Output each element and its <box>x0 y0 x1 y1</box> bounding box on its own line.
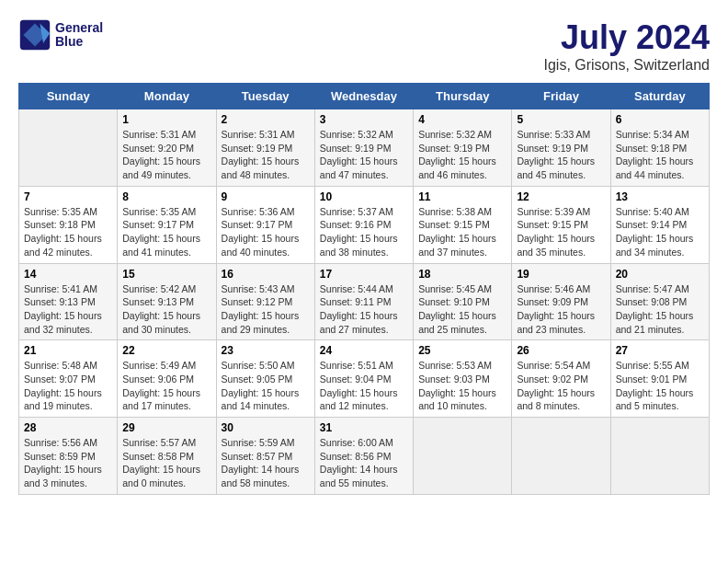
calendar-cell: 23Sunrise: 5:50 AMSunset: 9:05 PMDayligh… <box>216 340 314 418</box>
day-info: Sunrise: 5:55 AMSunset: 9:01 PMDaylight:… <box>616 359 704 413</box>
day-number: 21 <box>24 344 112 357</box>
day-number: 15 <box>122 268 210 281</box>
day-info: Sunrise: 5:34 AMSunset: 9:18 PMDaylight:… <box>616 128 704 182</box>
calendar-cell: 6Sunrise: 5:34 AMSunset: 9:18 PMDaylight… <box>610 109 709 187</box>
calendar-cell: 16Sunrise: 5:43 AMSunset: 9:12 PMDayligh… <box>216 263 314 340</box>
day-number: 20 <box>616 268 704 281</box>
logo-icon <box>18 18 51 52</box>
calendar-cell: 19Sunrise: 5:46 AMSunset: 9:09 PMDayligh… <box>512 263 610 340</box>
calendar-cell: 30Sunrise: 5:59 AMSunset: 8:57 PMDayligh… <box>216 418 314 495</box>
day-info: Sunrise: 5:39 AMSunset: 9:15 PMDaylight:… <box>517 205 605 259</box>
weekday-header-friday: Friday <box>512 84 610 109</box>
day-number: 25 <box>418 344 506 357</box>
logo-line1: General <box>55 21 103 35</box>
weekday-header-wednesday: Wednesday <box>314 84 413 109</box>
day-info: Sunrise: 5:56 AMSunset: 8:59 PMDaylight:… <box>24 436 112 490</box>
day-number: 9 <box>222 190 310 203</box>
title-block: July 2024 Igis, Grisons, Switzerland <box>543 18 710 74</box>
day-info: Sunrise: 5:47 AMSunset: 9:08 PMDaylight:… <box>616 282 704 337</box>
calendar-week-row: 7Sunrise: 5:35 AMSunset: 9:18 PMDaylight… <box>19 186 710 263</box>
calendar-cell: 22Sunrise: 5:49 AMSunset: 9:06 PMDayligh… <box>118 340 216 418</box>
day-info: Sunrise: 5:37 AMSunset: 9:16 PMDaylight:… <box>320 205 408 259</box>
calendar-cell: 9Sunrise: 5:36 AMSunset: 9:17 PMDaylight… <box>216 186 314 263</box>
calendar-cell: 25Sunrise: 5:53 AMSunset: 9:03 PMDayligh… <box>414 340 512 418</box>
calendar-cell: 2Sunrise: 5:31 AMSunset: 9:19 PMDaylight… <box>216 109 314 187</box>
calendar-cell: 18Sunrise: 5:45 AMSunset: 9:10 PMDayligh… <box>414 263 512 340</box>
day-number: 17 <box>320 268 408 281</box>
day-number: 12 <box>517 190 605 203</box>
day-info: Sunrise: 5:59 AMSunset: 8:57 PMDaylight:… <box>222 436 310 490</box>
calendar-cell: 27Sunrise: 5:55 AMSunset: 9:01 PMDayligh… <box>610 340 709 418</box>
day-info: Sunrise: 5:41 AMSunset: 9:13 PMDaylight:… <box>24 282 112 337</box>
calendar-cell: 3Sunrise: 5:32 AMSunset: 9:19 PMDaylight… <box>314 109 413 187</box>
day-number: 7 <box>24 190 112 203</box>
weekday-header-monday: Monday <box>118 84 216 109</box>
calendar-cell: 1Sunrise: 5:31 AMSunset: 9:20 PMDaylight… <box>118 109 216 187</box>
calendar-cell <box>512 418 610 495</box>
calendar-cell: 31Sunrise: 6:00 AMSunset: 8:56 PMDayligh… <box>314 418 413 495</box>
day-number: 11 <box>418 190 506 203</box>
weekday-header-row: SundayMondayTuesdayWednesdayThursdayFrid… <box>19 84 710 109</box>
month-year-title: July 2024 <box>543 18 710 57</box>
calendar-cell: 14Sunrise: 5:41 AMSunset: 9:13 PMDayligh… <box>19 263 118 340</box>
day-number: 5 <box>517 113 605 126</box>
calendar-cell: 20Sunrise: 5:47 AMSunset: 9:08 PMDayligh… <box>610 263 709 340</box>
day-info: Sunrise: 5:49 AMSunset: 9:06 PMDaylight:… <box>122 359 210 413</box>
day-number: 3 <box>320 113 408 126</box>
calendar-cell: 12Sunrise: 5:39 AMSunset: 9:15 PMDayligh… <box>512 186 610 263</box>
day-info: Sunrise: 5:31 AMSunset: 9:19 PMDaylight:… <box>222 128 310 182</box>
weekday-header-sunday: Sunday <box>19 84 118 109</box>
weekday-header-saturday: Saturday <box>610 84 709 109</box>
calendar-cell <box>610 418 709 495</box>
day-number: 14 <box>24 268 112 281</box>
day-number: 10 <box>320 190 408 203</box>
calendar-week-row: 1Sunrise: 5:31 AMSunset: 9:20 PMDaylight… <box>19 109 710 187</box>
calendar-week-row: 21Sunrise: 5:48 AMSunset: 9:07 PMDayligh… <box>19 340 710 418</box>
logo: General Blue <box>18 18 103 52</box>
day-info: Sunrise: 5:32 AMSunset: 9:19 PMDaylight:… <box>320 128 408 182</box>
calendar-cell: 24Sunrise: 5:51 AMSunset: 9:04 PMDayligh… <box>314 340 413 418</box>
day-number: 1 <box>122 113 210 126</box>
calendar-cell: 17Sunrise: 5:44 AMSunset: 9:11 PMDayligh… <box>314 263 413 340</box>
day-number: 2 <box>222 113 310 126</box>
day-info: Sunrise: 5:38 AMSunset: 9:15 PMDaylight:… <box>418 205 506 259</box>
day-info: Sunrise: 5:42 AMSunset: 9:13 PMDaylight:… <box>122 282 210 337</box>
day-number: 31 <box>320 421 408 434</box>
calendar-header: SundayMondayTuesdayWednesdayThursdayFrid… <box>19 84 710 109</box>
day-number: 16 <box>222 268 310 281</box>
calendar-table: SundayMondayTuesdayWednesdayThursdayFrid… <box>18 83 710 495</box>
day-number: 8 <box>122 190 210 203</box>
calendar-cell: 4Sunrise: 5:32 AMSunset: 9:19 PMDaylight… <box>414 109 512 187</box>
page-header: General Blue July 2024 Igis, Grisons, Sw… <box>18 18 710 74</box>
day-info: Sunrise: 5:32 AMSunset: 9:19 PMDaylight:… <box>418 128 506 182</box>
day-info: Sunrise: 5:35 AMSunset: 9:17 PMDaylight:… <box>122 205 210 259</box>
day-number: 30 <box>222 421 310 434</box>
calendar-cell: 13Sunrise: 5:40 AMSunset: 9:14 PMDayligh… <box>610 186 709 263</box>
day-number: 6 <box>616 113 704 126</box>
day-info: Sunrise: 5:54 AMSunset: 9:02 PMDaylight:… <box>517 359 605 413</box>
calendar-cell: 29Sunrise: 5:57 AMSunset: 8:58 PMDayligh… <box>118 418 216 495</box>
day-info: Sunrise: 5:50 AMSunset: 9:05 PMDaylight:… <box>222 359 310 413</box>
calendar-week-row: 14Sunrise: 5:41 AMSunset: 9:13 PMDayligh… <box>19 263 710 340</box>
calendar-cell: 8Sunrise: 5:35 AMSunset: 9:17 PMDaylight… <box>118 186 216 263</box>
calendar-cell: 10Sunrise: 5:37 AMSunset: 9:16 PMDayligh… <box>314 186 413 263</box>
calendar-cell: 21Sunrise: 5:48 AMSunset: 9:07 PMDayligh… <box>19 340 118 418</box>
day-info: Sunrise: 5:45 AMSunset: 9:10 PMDaylight:… <box>418 282 506 337</box>
day-number: 4 <box>418 113 506 126</box>
day-number: 24 <box>320 344 408 357</box>
calendar-cell: 11Sunrise: 5:38 AMSunset: 9:15 PMDayligh… <box>414 186 512 263</box>
day-info: Sunrise: 5:44 AMSunset: 9:11 PMDaylight:… <box>320 282 408 337</box>
day-number: 22 <box>122 344 210 357</box>
day-info: Sunrise: 5:35 AMSunset: 9:18 PMDaylight:… <box>24 205 112 259</box>
day-info: Sunrise: 5:51 AMSunset: 9:04 PMDaylight:… <box>320 359 408 413</box>
logo-line2: Blue <box>55 35 103 49</box>
day-number: 18 <box>418 268 506 281</box>
day-info: Sunrise: 5:33 AMSunset: 9:19 PMDaylight:… <box>517 128 605 182</box>
day-info: Sunrise: 5:46 AMSunset: 9:09 PMDaylight:… <box>517 282 605 337</box>
location-subtitle: Igis, Grisons, Switzerland <box>543 57 710 74</box>
day-number: 23 <box>222 344 310 357</box>
calendar-cell <box>19 109 118 187</box>
day-number: 13 <box>616 190 704 203</box>
day-info: Sunrise: 5:57 AMSunset: 8:58 PMDaylight:… <box>122 436 210 490</box>
day-info: Sunrise: 5:36 AMSunset: 9:17 PMDaylight:… <box>222 205 310 259</box>
